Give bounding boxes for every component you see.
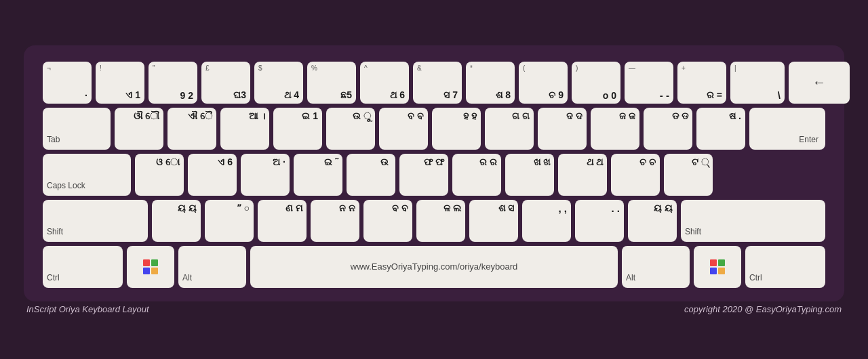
key-v[interactable]: ନ ନ bbox=[311, 200, 359, 242]
footer-right: copyright 2020 @ EasyOriyaTyping.com bbox=[684, 304, 842, 314]
row-qwerty: Tab ଔ ୌ ଐ ୈ ଆ । ଇ 1 ଉ ୁ ବ ବ ହ ହ ଗ ଗ ଦ ଦ bbox=[43, 108, 825, 150]
key-win-right[interactable] bbox=[694, 246, 741, 288]
row-bottom: Ctrl Alt www.EasyOriyaTyping.com/oriya/k… bbox=[43, 246, 825, 288]
key-2[interactable]: " 9 2 bbox=[149, 62, 197, 104]
footer-left: InScript Oriya Keyboard Layout bbox=[26, 304, 149, 314]
key-f[interactable]: ଇ ˜ bbox=[294, 154, 342, 196]
key-caps-lock[interactable]: Caps Lock bbox=[43, 154, 131, 196]
key-m[interactable]: ଶ ସ bbox=[469, 200, 518, 242]
key-ctrl-right[interactable]: Ctrl bbox=[745, 246, 825, 288]
key-rbracket[interactable]: ଷ . bbox=[696, 108, 745, 150]
key-k[interactable]: ଖ ଖ bbox=[505, 154, 554, 196]
key-c[interactable]: ଣ ମ bbox=[258, 200, 307, 242]
key-q[interactable]: ଔ ୌ bbox=[115, 108, 163, 150]
key-t[interactable]: ଉ ୁ bbox=[326, 108, 375, 150]
key-a[interactable]: ଓ ୋ bbox=[135, 154, 184, 196]
key-backspace[interactable]: ← bbox=[789, 62, 850, 104]
key-win-left[interactable] bbox=[127, 246, 174, 288]
key-shift-left[interactable]: Shift bbox=[43, 200, 148, 242]
key-quote[interactable]: ଟ ୍ bbox=[664, 154, 713, 196]
key-alt-right[interactable]: Alt bbox=[622, 246, 690, 288]
key-space[interactable]: www.EasyOriyaTyping.com/oriya/keyboard bbox=[250, 246, 618, 288]
row-number: ¬ · ! ଏ 1 " 9 2 £ ଘ3 $ ଥ 4 % ଛ5 ^ ଥ 6 & bbox=[43, 62, 825, 104]
key-semicolon[interactable]: ଚ ଚ bbox=[611, 154, 660, 196]
key-s[interactable]: ଏ 6 bbox=[188, 154, 237, 196]
row-zxcv: Shift ୟ ୟ ˮ ○ ଣ ମ ନ ନ ବ ବ ଳ ଲ ଶ ସ , , . … bbox=[43, 200, 825, 242]
key-b[interactable]: ବ ବ bbox=[363, 200, 412, 242]
key-5[interactable]: % ଛ5 bbox=[307, 62, 356, 104]
row-asdf: Caps Lock ଓ ୋ ଏ 6 ଅ · ଇ ˜ ଉ ‌ ଫ ଫ ର ର ଖ … bbox=[43, 154, 825, 196]
key-comma[interactable]: , , bbox=[522, 200, 571, 242]
key-o[interactable]: ଦ ଦ bbox=[538, 108, 587, 150]
key-r[interactable]: ଇ 1 bbox=[273, 108, 322, 150]
key-6[interactable]: ^ ଥ 6 bbox=[360, 62, 409, 104]
key-ctrl-left[interactable]: Ctrl bbox=[43, 246, 123, 288]
key-9[interactable]: ( ଚ 9 bbox=[519, 62, 568, 104]
key-8[interactable]: * ଶ 8 bbox=[466, 62, 515, 104]
key-equals[interactable]: + ର = bbox=[677, 62, 726, 104]
keyboard: ¬ · ! ଏ 1 " 9 2 £ ଘ3 $ ଥ 4 % ଛ5 ^ ଥ 6 & bbox=[24, 45, 844, 301]
key-backslash[interactable]: | \ bbox=[730, 62, 785, 104]
key-0[interactable]: ) o 0 bbox=[572, 62, 620, 104]
key-y[interactable]: ବ ବ bbox=[379, 108, 428, 150]
key-backtick[interactable]: ¬ · bbox=[43, 62, 92, 104]
footer: InScript Oriya Keyboard Layout copyright… bbox=[24, 304, 844, 314]
key-tab[interactable]: Tab bbox=[43, 108, 111, 150]
key-n[interactable]: ଳ ଲ bbox=[416, 200, 465, 242]
key-j[interactable]: ର ର bbox=[452, 154, 501, 196]
key-period[interactable]: . . bbox=[575, 200, 624, 242]
key-x[interactable]: ˮ ○ bbox=[205, 200, 254, 242]
key-h[interactable]: ଫ ଫ bbox=[399, 154, 448, 196]
key-i[interactable]: ଗ ଗ bbox=[485, 108, 534, 150]
key-7[interactable]: & ସ 7 bbox=[413, 62, 462, 104]
key-lbracket[interactable]: ଡ ଡ bbox=[644, 108, 692, 150]
key-g[interactable]: ଉ ‌ bbox=[347, 154, 395, 196]
key-z[interactable]: ୟ ୟ bbox=[152, 200, 201, 242]
key-u[interactable]: ହ ହ bbox=[432, 108, 481, 150]
key-d[interactable]: ଅ · bbox=[241, 154, 290, 196]
key-enter[interactable]: Enter bbox=[749, 108, 825, 150]
key-4[interactable]: $ ଥ 4 bbox=[254, 62, 303, 104]
key-w[interactable]: ଐ ୈ bbox=[167, 108, 216, 150]
key-3[interactable]: £ ଘ3 bbox=[201, 62, 250, 104]
key-alt-left[interactable]: Alt bbox=[178, 246, 246, 288]
key-minus[interactable]: — - - bbox=[625, 62, 673, 104]
key-shift-right[interactable]: Shift bbox=[681, 200, 825, 242]
key-e[interactable]: ଆ । bbox=[220, 108, 269, 150]
key-1[interactable]: ! ଏ 1 bbox=[96, 62, 144, 104]
key-slash[interactable]: ୟ ୟ bbox=[628, 200, 677, 242]
key-p[interactable]: ଜ ଜ bbox=[591, 108, 639, 150]
key-l[interactable]: ଥ ଥ bbox=[558, 154, 607, 196]
